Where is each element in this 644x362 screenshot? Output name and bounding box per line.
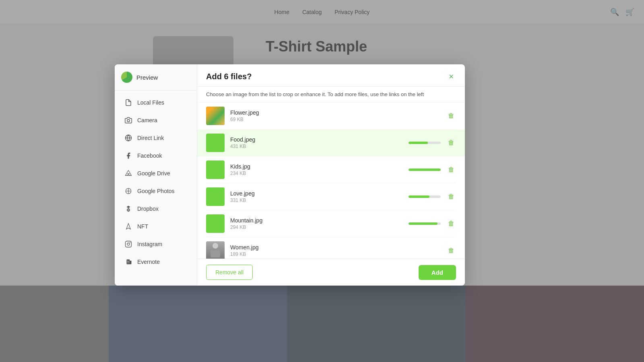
file-size-love: 331 KB [230, 197, 403, 203]
sidebar-label-google-drive: Google Drive [137, 170, 170, 177]
sidebar-label-instagram: Instagram [137, 241, 162, 247]
file-upload-modal: Preview Local Files [115, 64, 465, 286]
file-name-mountain: Mountain.jpg [230, 217, 403, 224]
add-button[interactable]: Add [419, 265, 456, 280]
file-list: Flower.jpeg 69 KB 🗑 Food.jpeg 431 KB 🗑 [197, 103, 465, 259]
link-icon [124, 134, 132, 142]
svg-rect-6 [126, 241, 132, 247]
google-drive-icon [124, 169, 132, 177]
file-progress-love [409, 195, 441, 198]
file-thumb-food [206, 134, 225, 152]
facebook-icon [124, 152, 132, 160]
sidebar-label-nft: NFT [137, 223, 148, 230]
modal-main: Add 6 files? × Choose an image from the … [197, 64, 465, 286]
file-thumb-mountain [206, 214, 225, 233]
file-name-food: Food.jpeg [230, 136, 403, 143]
file-name-love: Love.jpeg [230, 190, 403, 197]
sidebar-label-camera: Camera [137, 117, 157, 123]
svg-marker-5 [126, 224, 131, 229]
progress-bar-food [409, 142, 441, 144]
svg-point-7 [127, 243, 130, 245]
file-icon [124, 99, 132, 107]
progress-bar-kids [409, 169, 441, 171]
file-thumb-women [206, 241, 225, 259]
sidebar-item-dropbox[interactable]: Dropbox [117, 200, 194, 217]
file-item-food: Food.jpeg 431 KB 🗑 [197, 130, 465, 156]
delete-button-food[interactable]: 🗑 [446, 138, 456, 148]
evernote-icon [124, 258, 132, 266]
preview-icon [121, 72, 132, 83]
camera-icon [124, 116, 132, 124]
sidebar-label-google-photos: Google Photos [137, 188, 175, 194]
delete-button-mountain[interactable]: 🗑 [446, 218, 456, 229]
modal-sidebar: Preview Local Files [115, 64, 197, 286]
file-size-mountain: 294 KB [230, 224, 403, 230]
dropbox-icon [124, 205, 132, 213]
file-info-mountain: Mountain.jpg 294 KB [230, 217, 403, 230]
modal-header: Add 6 files? × [197, 64, 465, 86]
sidebar-label-evernote: Evernote [137, 259, 160, 265]
file-item-women: Women.jpg 189 KB 🗑 [206, 237, 456, 259]
delete-button-flower[interactable]: 🗑 [446, 111, 456, 121]
preview-label: Preview [136, 74, 158, 81]
close-button[interactable]: × [446, 72, 456, 81]
progress-bar-love [409, 195, 441, 198]
file-name-women: Women.jpg [230, 244, 441, 251]
file-info-kids: Kids.jpg 234 KB [230, 163, 403, 176]
sidebar-label-direct-link: Direct Link [137, 135, 164, 141]
modal-title: Add 6 files? [206, 72, 252, 81]
delete-button-women[interactable]: 🗑 [446, 245, 456, 256]
nft-icon [124, 222, 132, 230]
sidebar-item-local-files[interactable]: Local Files [117, 94, 194, 111]
progress-fill-mountain [409, 222, 438, 225]
sidebar-item-nft[interactable]: NFT [117, 218, 194, 235]
file-progress-mountain [409, 222, 441, 225]
file-name-flower: Flower.jpeg [230, 109, 441, 116]
file-item-love: Love.jpeg 331 KB 🗑 [206, 183, 456, 210]
google-photos-icon [124, 187, 132, 195]
sidebar-items: Local Files Camera [115, 90, 197, 274]
sidebar-item-camera[interactable]: Camera [117, 112, 194, 129]
progress-bar-mountain [409, 222, 441, 225]
file-size-food: 431 KB [230, 144, 403, 149]
sidebar-label-local-files: Local Files [137, 99, 164, 106]
progress-fill-kids [409, 169, 441, 171]
file-info-food: Food.jpeg 431 KB [230, 136, 403, 149]
file-thumb-flower [206, 107, 225, 125]
instagram-icon [124, 240, 132, 248]
sidebar-item-google-photos[interactable]: Google Photos [117, 183, 194, 200]
progress-fill-food [409, 142, 428, 144]
file-item-flower: Flower.jpeg 69 KB 🗑 [206, 103, 456, 130]
svg-point-8 [130, 243, 130, 243]
delete-button-love[interactable]: 🗑 [446, 191, 456, 202]
file-size-women: 189 KB [230, 251, 441, 257]
delete-button-kids[interactable]: 🗑 [446, 165, 456, 175]
file-size-flower: 69 KB [230, 117, 441, 122]
modal-footer: Remove all Add [197, 259, 465, 286]
file-thumb-kids [206, 160, 225, 179]
file-thumb-love [206, 187, 225, 206]
sidebar-item-evernote[interactable]: Evernote [117, 253, 194, 270]
file-progress-kids [409, 169, 441, 171]
svg-point-0 [127, 119, 130, 122]
sidebar-header: Preview [115, 64, 197, 90]
sidebar-item-instagram[interactable]: Instagram [117, 236, 194, 253]
file-item-kids: Kids.jpg 234 KB 🗑 [206, 156, 456, 183]
progress-fill-love [409, 195, 429, 198]
file-info-love: Love.jpeg 331 KB [230, 190, 403, 203]
file-name-kids: Kids.jpg [230, 163, 403, 170]
file-size-kids: 234 KB [230, 171, 403, 176]
file-progress-food [409, 142, 441, 144]
file-info-flower: Flower.jpeg 69 KB [230, 109, 441, 122]
sidebar-item-google-drive[interactable]: Google Drive [117, 165, 194, 182]
file-info-women: Women.jpg 189 KB [230, 244, 441, 257]
sidebar-label-facebook: Facebook [137, 152, 162, 159]
sidebar-label-dropbox: Dropbox [137, 206, 159, 212]
file-item-mountain: Mountain.jpg 294 KB 🗑 [206, 210, 456, 237]
sidebar-item-facebook[interactable]: Facebook [117, 147, 194, 164]
remove-all-button[interactable]: Remove all [206, 265, 253, 280]
modal-subtitle: Choose an image from the list to crop or… [197, 86, 465, 103]
sidebar-item-direct-link[interactable]: Direct Link [117, 130, 194, 146]
